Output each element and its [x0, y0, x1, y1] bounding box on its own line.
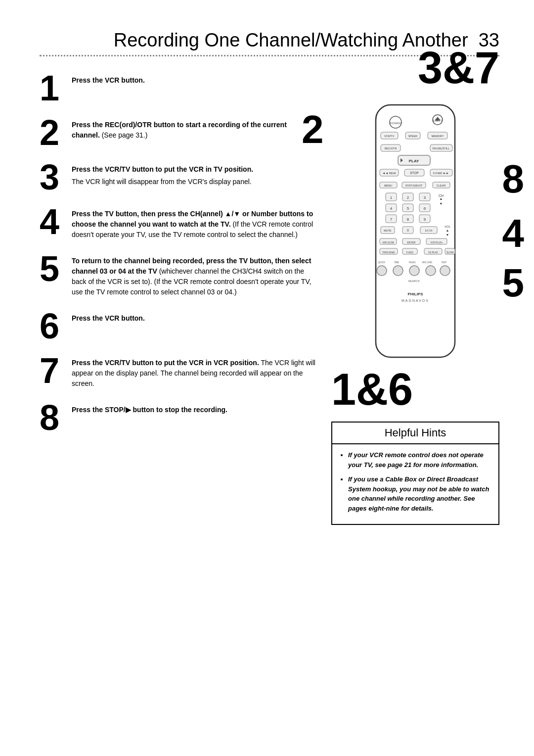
step-content-1: Press the VCR button.: [72, 70, 145, 88]
svg-text:▼: ▼: [440, 202, 443, 205]
remote-svg: POWER EJECT VCR/TV SPEED MEMORY REC/OT: [361, 100, 470, 362]
svg-text:REC/OTR: REC/OTR: [385, 147, 397, 150]
svg-text:POWER: POWER: [390, 122, 401, 125]
step-number-5: 5: [40, 251, 67, 286]
step-number-4: 4: [40, 204, 67, 239]
svg-point-83: [409, 266, 419, 276]
step1-bold: Press the VCR button.: [72, 76, 145, 84]
svg-text:MAGNAVOX: MAGNAVOX: [401, 299, 429, 302]
svg-text:INDEX: INDEX: [409, 261, 416, 264]
svg-text:VAR.SLOW: VAR.SLOW: [382, 241, 394, 244]
svg-text:VOL: VOL: [445, 225, 451, 228]
step8-bold: Press the STOP/▶ button to stop the reco…: [72, 406, 227, 414]
svg-text:MUTE: MUTE: [384, 229, 392, 232]
svg-text:MEMORY: MEMORY: [432, 135, 444, 138]
svg-text:TRACKING: TRACKING: [382, 251, 395, 254]
step-1: 1 Press the VCR button.: [40, 70, 316, 106]
svg-text:6: 6: [424, 206, 426, 211]
svg-text:STOP: STOP: [410, 171, 419, 175]
step-number-6: 6: [40, 308, 67, 344]
step-content-7: Press the VCR/TV button to put the VCR i…: [72, 353, 316, 391]
svg-text:▲: ▲: [446, 229, 449, 232]
svg-text:0: 0: [407, 229, 409, 232]
step-number-3: 3: [40, 159, 67, 195]
svg-text:1: 1: [390, 195, 393, 200]
svg-text:VCR PLUS+: VCR PLUS+: [430, 241, 443, 244]
right-number-2: 2: [302, 110, 324, 149]
svg-text:3: 3: [424, 195, 426, 200]
svg-text:REC.END: REC.END: [422, 261, 433, 264]
right-number-1-6: 1&6: [331, 367, 499, 412]
step2-normal: (See page 31.): [102, 131, 148, 139]
svg-text:▲: ▲: [440, 197, 443, 200]
svg-text:5: 5: [407, 206, 409, 211]
helpful-hint-1: If your VCR remote control does not oper…: [348, 450, 491, 470]
svg-text:SLOW: SLOW: [446, 251, 454, 254]
svg-text:ENTER: ENTER: [407, 241, 416, 244]
step3-normal: The VCR light will disappear from the VC…: [72, 178, 252, 186]
step-content-4: Press the TV button, then press the CH(a…: [72, 204, 316, 242]
step-6: 6 Press the VCR button.: [40, 308, 316, 344]
remote-control-image: 2 8 4 5: [331, 95, 499, 362]
step-number-8: 8: [40, 400, 67, 435]
steps-column: 1 Press the VCR button. 2 Press the REC(…: [40, 70, 316, 525]
svg-text:MENU: MENU: [384, 184, 392, 187]
svg-text:SPEED: SPEED: [408, 135, 418, 138]
svg-point-81: [377, 266, 387, 276]
svg-text:▼: ▼: [446, 233, 449, 236]
step-7: 7 Press the VCR/TV button to put the VCR…: [40, 353, 316, 391]
step7-bold: Press the VCR/TV button to put the VCR i…: [72, 359, 259, 367]
svg-text:F.FWD ►►: F.FWD ►►: [433, 172, 449, 175]
helpful-hints-box: Helpful Hints If your VCR remote control…: [331, 422, 499, 525]
svg-text:PAUSE/STILL: PAUSE/STILL: [433, 147, 449, 150]
step-content-8: Press the STOP/▶ button to stop the reco…: [72, 400, 227, 417]
step-number-2: 2: [40, 115, 67, 150]
helpful-hint-2: If you use a Cable Box or Direct Broadca…: [348, 474, 491, 513]
svg-text:PHILIPS: PHILIPS: [407, 292, 423, 296]
step6-bold: Press the VCR button.: [72, 314, 145, 322]
svg-text:CLEAR: CLEAR: [437, 184, 445, 187]
helpful-hints-body: If your VCR remote control does not oper…: [332, 444, 498, 524]
svg-text:9: 9: [424, 217, 426, 222]
svg-text:TIME: TIME: [394, 261, 400, 264]
step-number-1: 1: [40, 70, 67, 106]
svg-text:◄◄ REW: ◄◄ REW: [382, 172, 396, 175]
svg-text:ILT.CH: ILT.CH: [425, 229, 433, 232]
title-text: Recording One Channel/Watching Another: [114, 30, 468, 50]
svg-text:STATUS/EXIT: STATUS/EXIT: [405, 184, 423, 187]
step3-bold: Press the VCR/TV button to put the VCR i…: [72, 165, 253, 173]
step-content-5: To return to the channel being recorded,…: [72, 251, 316, 299]
right-number-5: 5: [502, 263, 525, 303]
svg-text:VCR/TV: VCR/TV: [384, 135, 395, 138]
step-content-3: Press the VCR/TV button to put the VCR i…: [72, 159, 253, 189]
step-4: 4 Press the TV button, then press the CH…: [40, 204, 316, 242]
svg-rect-6: [435, 120, 440, 121]
step-3: 3 Press the VCR/TV button to put the VCR…: [40, 159, 316, 195]
step-5: 5 To return to the channel being recorde…: [40, 251, 316, 299]
svg-point-85: [440, 266, 450, 276]
page: Recording One Channel/Watching Another 3…: [0, 0, 534, 756]
svg-text:PLAY: PLAY: [409, 159, 419, 163]
right-column: 3&7 2 8 4 5: [331, 70, 499, 525]
step-8: 8 Press the STOP/▶ button to stop the re…: [40, 400, 316, 435]
right-number-8: 8: [502, 159, 525, 199]
main-content: 1 Press the VCR button. 2 Press the REC(…: [40, 70, 499, 525]
helpful-hints-title: Helpful Hints: [332, 423, 498, 444]
svg-text:SKIP: SKIP: [442, 261, 446, 264]
step-content-2: Press the REC(ord)/OTR button to start a…: [72, 115, 316, 142]
svg-text:SEARCH: SEARCH: [408, 280, 420, 283]
right-number-3-7: 3&7: [418, 46, 499, 90]
right-number-4: 4: [502, 214, 525, 253]
svg-text:8: 8: [407, 217, 409, 222]
step-number-7: 7: [40, 353, 67, 388]
svg-text:7: 7: [390, 217, 393, 222]
svg-text:QUICK: QUICK: [378, 261, 385, 264]
helpful-hints-list: If your VCR remote control does not oper…: [339, 450, 491, 513]
svg-point-84: [426, 266, 436, 276]
svg-text:F.ADV: F.ADV: [406, 251, 414, 254]
svg-text:4: 4: [390, 206, 393, 211]
svg-text:2: 2: [407, 195, 409, 200]
svg-text:X2.PLAY: X2.PLAY: [428, 251, 439, 254]
step-2: 2 Press the REC(ord)/OTR button to start…: [40, 115, 316, 150]
step-content-6: Press the VCR button.: [72, 308, 145, 326]
